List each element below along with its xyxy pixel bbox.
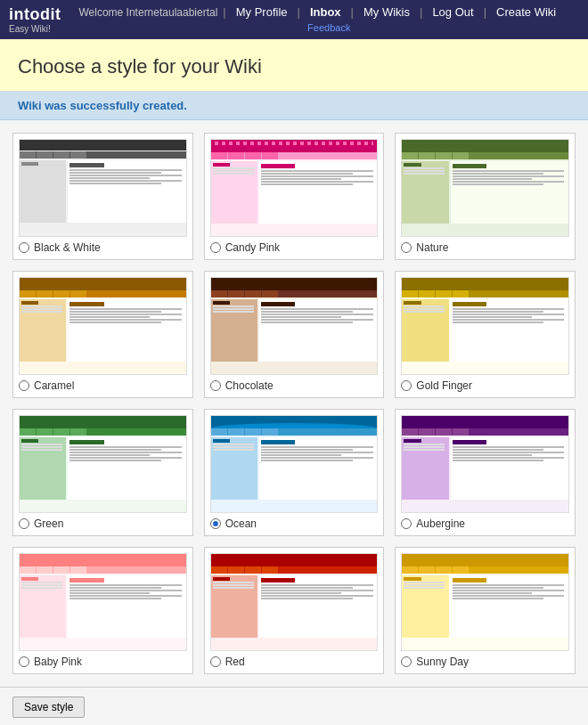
- theme-name-caramel: Caramel: [34, 379, 74, 392]
- theme-preview-aubergine: [401, 415, 569, 513]
- theme-label-row-bw: Black & White: [19, 241, 187, 254]
- theme-preview-bw: [19, 139, 187, 237]
- welcome-text: Welcome Internetaulaabiertal: [78, 6, 217, 19]
- theme-preview-red: [210, 553, 379, 651]
- theme-preview-goldfinger: [401, 277, 569, 375]
- theme-name-red: Red: [225, 656, 245, 668]
- theme-preview-ocean: [210, 415, 379, 513]
- theme-preview-candypink: [210, 139, 379, 237]
- radio-nature[interactable]: [401, 242, 412, 253]
- header: intodit Easy Wiki! Welcome Internetaulaa…: [0, 0, 588, 39]
- radio-candypink[interactable]: [210, 242, 221, 253]
- theme-label-row-green: Green: [19, 517, 187, 530]
- theme-card-candypink[interactable]: Candy Pink: [204, 133, 385, 260]
- radio-aubergine[interactable]: [401, 518, 412, 529]
- theme-card-green[interactable]: Green: [12, 409, 193, 536]
- theme-name-aubergine: Aubergine: [416, 517, 465, 530]
- theme-card-caramel[interactable]: Caramel: [12, 271, 193, 398]
- radio-bw[interactable]: [19, 242, 29, 253]
- theme-label-row-aubergine: Aubergine: [401, 517, 569, 530]
- nav-create-wiki[interactable]: Create Wiki: [496, 5, 556, 19]
- theme-card-babypink[interactable]: Baby Pink: [12, 547, 193, 674]
- nav-sep-1: |: [223, 5, 225, 19]
- theme-label-row-goldfinger: Gold Finger: [401, 379, 569, 392]
- nav-my-profile[interactable]: My Profile: [236, 5, 288, 19]
- header-inner: Welcome Internetaulaabiertal | My Profil…: [78, 5, 579, 34]
- nav-my-wikis[interactable]: My Wikis: [363, 5, 410, 19]
- theme-name-babypink: Baby Pink: [34, 656, 82, 668]
- radio-babypink[interactable]: [19, 656, 29, 667]
- radio-chocolate[interactable]: [210, 380, 221, 391]
- theme-preview-sunnyday: [401, 553, 569, 651]
- theme-grid: Black & White: [0, 120, 588, 687]
- nav-log-out[interactable]: Log Out: [432, 5, 473, 19]
- nav-sep-3: |: [351, 5, 354, 19]
- theme-name-sunnyday: Sunny Day: [416, 656, 469, 668]
- theme-name-candypink: Candy Pink: [225, 241, 280, 254]
- theme-label-row-nature: Nature: [401, 241, 569, 254]
- save-style-button[interactable]: Save style: [12, 696, 85, 718]
- nav-inbox[interactable]: Inbox: [310, 5, 341, 19]
- nav-sep-4: |: [420, 5, 422, 19]
- theme-card-ocean[interactable]: Ocean: [204, 409, 385, 536]
- theme-label-row-candypink: Candy Pink: [210, 241, 379, 254]
- header-row2: Feedback: [78, 20, 579, 34]
- radio-green[interactable]: [19, 518, 29, 529]
- radio-ocean[interactable]: [210, 518, 221, 529]
- theme-label-row-caramel: Caramel: [19, 379, 187, 392]
- success-text: Wiki was successfully created.: [18, 99, 187, 112]
- page-heading: Choose a style for your Wiki: [0, 39, 588, 92]
- theme-preview-babypink: [19, 553, 187, 651]
- theme-preview-chocolate: [210, 277, 379, 375]
- nav-feedback[interactable]: Feedback: [307, 22, 350, 33]
- success-message: Wiki was successfully created.: [0, 92, 588, 120]
- nav-sep-5: |: [484, 5, 486, 19]
- theme-card-aubergine[interactable]: Aubergine: [395, 409, 576, 536]
- theme-name-nature: Nature: [416, 241, 448, 254]
- theme-preview-nature: [401, 139, 569, 237]
- theme-name-ocean: Ocean: [225, 517, 257, 530]
- header-row1: Welcome Internetaulaabiertal | My Profil…: [78, 5, 579, 19]
- radio-caramel[interactable]: [19, 380, 29, 391]
- theme-card-nature[interactable]: Nature: [395, 133, 576, 260]
- theme-card-chocolate[interactable]: Chocolate: [204, 271, 385, 398]
- page-title: Choose a style for your Wiki: [18, 55, 262, 77]
- radio-sunnyday[interactable]: [401, 656, 412, 667]
- logo-area: intodit Easy Wiki!: [9, 5, 61, 34]
- theme-name-green: Green: [34, 517, 63, 530]
- theme-label-row-red: Red: [210, 656, 379, 668]
- logo-title: intodit: [9, 5, 61, 24]
- theme-name-goldfinger: Gold Finger: [416, 379, 472, 392]
- theme-preview-caramel: [19, 277, 187, 375]
- theme-label-row-sunnyday: Sunny Day: [401, 656, 569, 668]
- nav-sep-2: |: [298, 5, 300, 19]
- theme-card-sunnyday[interactable]: Sunny Day: [395, 547, 576, 674]
- theme-name-chocolate: Chocolate: [225, 379, 274, 392]
- theme-label-row-ocean: Ocean: [210, 517, 379, 530]
- radio-goldfinger[interactable]: [401, 380, 412, 391]
- radio-red[interactable]: [210, 656, 221, 667]
- theme-card-bw[interactable]: Black & White: [12, 133, 193, 260]
- theme-label-row-babypink: Baby Pink: [19, 656, 187, 668]
- theme-card-red[interactable]: Red: [204, 547, 385, 674]
- theme-preview-green: [19, 415, 187, 513]
- theme-card-goldfinger[interactable]: Gold Finger: [395, 271, 576, 398]
- logo-sub: Easy Wiki!: [9, 24, 61, 34]
- footer: Save style: [0, 687, 588, 725]
- theme-label-row-chocolate: Chocolate: [210, 379, 379, 392]
- theme-name-bw: Black & White: [34, 241, 101, 254]
